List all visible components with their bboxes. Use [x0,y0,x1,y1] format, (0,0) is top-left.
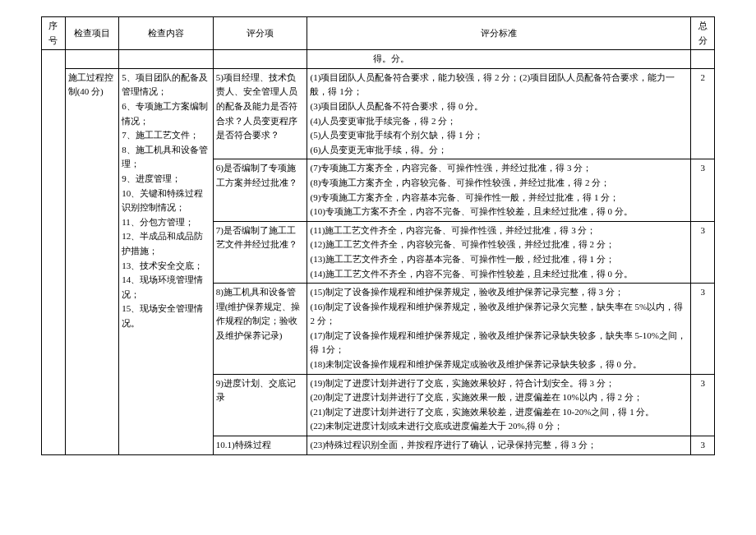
cell-criteria-9: (19)制定了进度计划并进行了交底，实施效果较好，符合计划安全。得 3 分； (… [307,374,691,436]
partial-top-row: 得。分。 [42,50,715,69]
cell-item-empty [213,50,307,69]
cell-project-empty [65,50,119,69]
cell-item-7: 7)是否编制了施工工艺文件并经过批准？ [213,221,307,283]
cell-seq [42,50,66,454]
table-row: 施工过程控制(40 分) 5、项目团队的配备及管理情况； 6、专项施工方案编制情… [42,68,715,159]
header-criteria: 评分标准 [307,17,691,50]
cell-criteria-10: (23)特殊过程识别全面，并按程序进行了确认，记录保持完整，得 3 分； [307,436,691,455]
header-item: 评分项 [213,17,307,50]
cell-content: 5、项目团队的配备及管理情况； 6、专项施工方案编制情况； 7、施工工艺文件； … [119,68,214,454]
cell-item-6: 6)是否编制了专项施工方案并经过批准？ [213,159,307,221]
header-seq: 序号 [42,17,66,50]
cell-criteria-6: (7)专项施工方案齐全，内容完备、可操作性强，并经过批准，得 3 分； (8)专… [307,159,691,221]
header-total: 总分 [691,17,715,50]
top-criteria-text: 得。分。 [373,53,409,63]
cell-score-7: 3 [691,221,715,283]
cell-criteria-7: (11)施工工艺文件齐全，内容完备、可操作性强，并经过批准，得 3 分； (12… [307,221,691,283]
cell-score-8: 3 [691,284,715,375]
header-project: 检查项目 [65,17,119,50]
cell-item-9: 9)进度计划、交底记录 [213,374,307,436]
cell-score-6: 3 [691,159,715,221]
header-content: 检查内容 [119,17,214,50]
cell-project: 施工过程控制(40 分) [65,68,119,454]
cell-score-9: 3 [691,374,715,436]
cell-top-criteria: 得。分。 [307,50,691,69]
cell-criteria-8: (15)制定了设备操作规程和维护保养规定，验收及维护保养记录完整，得 3 分； … [307,284,691,375]
header-row: 序号 检查项目 检查内容 评分项 评分标准 总分 [42,17,715,50]
cell-criteria-5: (1)项目团队人员配备符合要求，能力较强，得 2 分；(2)项目团队人员配备符合… [307,68,691,159]
cell-item-8: 8)施工机具和设备管理(维护保养规定、操作规程的制定；验收及维护保养记录) [213,284,307,375]
cell-item-10: 10.1)特殊过程 [213,436,307,455]
cell-content-empty [119,50,214,69]
evaluation-table: 序号 检查项目 检查内容 评分项 评分标准 总分 得。分。 施工过程控制(40 … [41,16,715,455]
cell-score-10: 3 [691,436,715,455]
cell-item-5: 5)项目经理、技术负责人、安全管理人员的配备及能力是否符合求？人员变更程序是否符… [213,68,307,159]
cell-score-5: 2 [691,68,715,159]
cell-top-score [691,50,715,69]
